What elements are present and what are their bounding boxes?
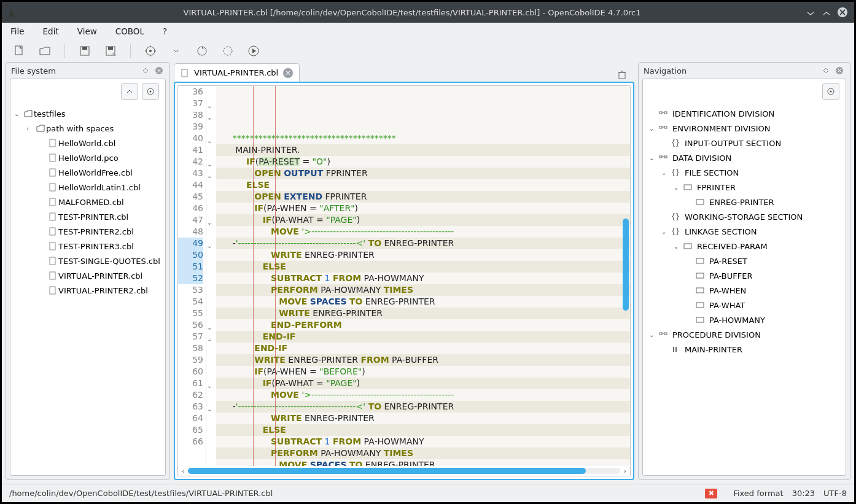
- tree-file[interactable]: TEST-PRINTER2.cbl: [12, 224, 164, 239]
- nav-item[interactable]: MAIN-PRINTER: [644, 342, 844, 357]
- nav-item[interactable]: ⌄{}LINKAGE SECTION: [644, 224, 844, 239]
- tree-file[interactable]: VIRTUAL-PRINTER.cbl: [12, 268, 164, 283]
- nav-item[interactable]: ⌄ENVIRONMENT DIVISION: [644, 121, 844, 136]
- nav-item[interactable]: ⌄FPRINTER: [644, 180, 844, 195]
- minimize-button[interactable]: [804, 6, 817, 19]
- vertical-scrollbar[interactable]: [623, 90, 629, 454]
- fold-toggle-icon[interactable]: ⌄: [207, 240, 214, 247]
- scroll-right-icon[interactable]: ›: [620, 466, 630, 476]
- scrollbar-thumb[interactable]: [623, 219, 629, 311]
- status-encoding[interactable]: UTF-8: [823, 489, 847, 498]
- editor-tab[interactable]: VIRTUAL-PRINTER.cbl ×: [174, 63, 300, 82]
- menu-help[interactable]: ?: [159, 25, 171, 37]
- scroll-left-icon[interactable]: ‹: [178, 466, 188, 476]
- fold-toggle-icon[interactable]: ⌄: [207, 403, 214, 411]
- build-dropdown[interactable]: [169, 44, 184, 58]
- close-button[interactable]: [836, 6, 849, 19]
- nav-item[interactable]: PA-WHEN: [644, 283, 844, 298]
- save-as-button[interactable]: [103, 44, 118, 58]
- sync-target-button[interactable]: [142, 83, 159, 100]
- nav-item[interactable]: IDENTIFICATION DIVISION: [644, 106, 844, 121]
- error-indicator-icon[interactable]: ✖: [705, 489, 717, 498]
- panel-float-button[interactable]: [140, 65, 151, 76]
- nav-item[interactable]: PA-WHAT: [644, 298, 844, 312]
- menu-cobol[interactable]: COBOL: [112, 25, 148, 37]
- nav-item[interactable]: {}INPUT-OUTPUT SECTION: [644, 136, 844, 150]
- fold-toggle-icon[interactable]: ⌄: [207, 322, 214, 329]
- tree-file[interactable]: HelloWorld.pco: [12, 150, 164, 165]
- nav-item[interactable]: ⌄{}FILE SECTION: [644, 165, 844, 180]
- menu-file[interactable]: File: [7, 25, 28, 37]
- scrollbar-thumb[interactable]: [188, 468, 586, 474]
- tree-file[interactable]: MALFORMED.cbl: [12, 195, 164, 209]
- chevron-down-icon[interactable]: ⌄: [661, 169, 670, 176]
- svg-rect-43: [696, 317, 704, 322]
- horizontal-scrollbar[interactable]: ‹ ›: [178, 466, 630, 476]
- status-format[interactable]: Fixed format: [733, 489, 783, 498]
- tree-folder[interactable]: › path with spaces: [12, 121, 164, 136]
- code-content[interactable]: ************************************** M…: [216, 86, 630, 466]
- svg-point-7: [149, 50, 152, 52]
- svg-rect-25: [182, 69, 187, 77]
- fold-toggle-icon[interactable]: ⌄: [207, 380, 214, 387]
- chevron-down-icon[interactable]: ⌄: [674, 243, 682, 250]
- nav-item[interactable]: ⌄RECEIVED-PARAM: [644, 239, 844, 254]
- tab-close-button[interactable]: ×: [283, 68, 293, 78]
- chevron-down-icon: ⌄: [14, 110, 23, 117]
- nav-item[interactable]: ⌄DATA DIVISION: [644, 150, 844, 165]
- nav-item[interactable]: PA-RESET: [644, 254, 844, 268]
- panel-close-button[interactable]: [834, 65, 845, 76]
- svg-rect-20: [50, 228, 55, 235]
- menu-view[interactable]: View: [74, 25, 101, 37]
- fold-column[interactable]: ⌄⌄⌄⌄⌄⌄⌄⌄⌄⌄⌄: [206, 86, 216, 466]
- line-number-gutter[interactable]: 3637383940414243444546474849505152535455…: [178, 86, 206, 466]
- fold-toggle-icon[interactable]: ⌄: [207, 333, 214, 341]
- tree-file[interactable]: HelloWorldFree.cbl: [12, 165, 164, 180]
- save-button[interactable]: [77, 44, 92, 58]
- tree-file[interactable]: HelloWorld.cbl: [12, 136, 164, 150]
- fold-toggle-icon[interactable]: ⌄: [207, 217, 214, 224]
- collapse-up-button[interactable]: [121, 83, 138, 100]
- nav-label: PROCEDURE DIVISION: [672, 330, 761, 339]
- build-button[interactable]: [143, 44, 158, 58]
- tab-trash-button[interactable]: [615, 67, 629, 82]
- chevron-down-icon[interactable]: ⌄: [649, 125, 658, 132]
- fold-toggle-icon[interactable]: ⌄: [207, 135, 214, 142]
- nav-label: PA-RESET: [709, 257, 747, 266]
- maximize-button[interactable]: [820, 6, 833, 19]
- tree-file[interactable]: TEST-PRINTER.cbl: [12, 209, 164, 224]
- tree-file[interactable]: TEST-PRINTER3.cbl: [12, 239, 164, 254]
- code-editor[interactable]: 3637383940414243444546474849505152535455…: [174, 82, 634, 480]
- file-tree[interactable]: ⌄ testfiles › path with spaces HelloWorl…: [10, 104, 165, 300]
- navigation-tree[interactable]: IDENTIFICATION DIVISION⌄ENVIRONMENT DIVI…: [643, 104, 846, 359]
- tree-file[interactable]: HelloWorldLatin1.cbl: [12, 180, 164, 195]
- nav-item[interactable]: ENREG-PRINTER: [644, 195, 844, 209]
- nav-kind-icon: {}: [670, 168, 681, 177]
- chevron-down-icon[interactable]: ⌄: [674, 184, 682, 191]
- fold-toggle-icon[interactable]: ⌄: [207, 112, 214, 119]
- chevron-down-icon[interactable]: ⌄: [661, 228, 670, 235]
- rebuild-button[interactable]: [195, 44, 209, 58]
- chevron-down-icon[interactable]: ⌄: [649, 331, 658, 338]
- sync-target-button[interactable]: [822, 83, 839, 100]
- new-file-button[interactable]: [12, 44, 26, 58]
- nav-item[interactable]: PA-BUFFER: [644, 268, 844, 283]
- tree-file[interactable]: VIRTUAL-PRINTER2.cbl: [12, 283, 164, 298]
- nav-item[interactable]: ⌄PROCEDURE DIVISION: [644, 327, 844, 342]
- fold-toggle-icon[interactable]: ⌄: [207, 158, 214, 166]
- clean-button[interactable]: [220, 44, 235, 58]
- chevron-down-icon[interactable]: ⌄: [649, 155, 658, 161]
- tree-label: TEST-SINGLE-QUOTES.cbl: [58, 257, 160, 266]
- panel-close-button[interactable]: [154, 65, 165, 76]
- run-button[interactable]: [246, 44, 261, 58]
- panel-float-button[interactable]: [820, 65, 831, 76]
- svg-rect-34: [660, 156, 662, 158]
- open-file-button[interactable]: [37, 44, 52, 58]
- menu-edit[interactable]: Edit: [39, 25, 63, 37]
- fold-toggle-icon[interactable]: ⌄: [207, 100, 214, 107]
- tree-file[interactable]: TEST-SINGLE-QUOTES.cbl: [12, 254, 164, 268]
- nav-item[interactable]: PA-HOWMANY: [644, 312, 844, 327]
- nav-item[interactable]: {}WORKING-STORAGE SECTION: [644, 209, 844, 224]
- fold-toggle-icon[interactable]: ⌄: [207, 170, 214, 177]
- tree-folder-root[interactable]: ⌄ testfiles: [12, 106, 164, 121]
